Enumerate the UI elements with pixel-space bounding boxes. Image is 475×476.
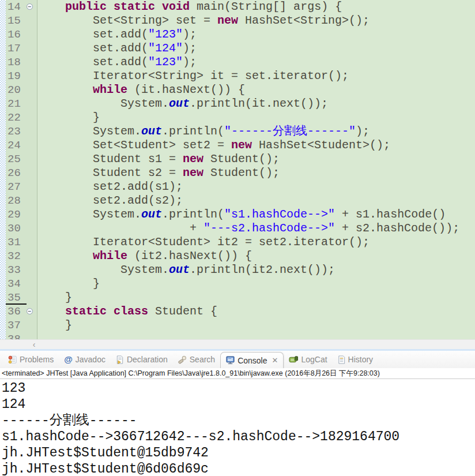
code-line[interactable]: 37 }: [6, 318, 475, 332]
code-line[interactable]: 25 Student s1 = new Student();: [6, 152, 475, 166]
fold-column: [27, 138, 37, 152]
code-line[interactable]: 24 Set<Student> set2 = new HashSet<Stude…: [6, 138, 475, 152]
line-number[interactable]: 31: [6, 235, 27, 249]
tab-label: History: [348, 355, 374, 364]
code-line[interactable]: 16 set.add("123");: [6, 28, 475, 42]
line-number[interactable]: 21: [6, 97, 27, 111]
console-line: s1.hashCode-->366712642---s2.hashCode-->…: [2, 429, 475, 445]
line-number[interactable]: 17: [6, 42, 27, 55]
code-text: Set<Student> set2 = new HashSet<Student>…: [37, 138, 390, 152]
code-line[interactable]: 28 set2.add(s2);: [6, 194, 475, 208]
tab-problems[interactable]: Problems: [3, 351, 59, 368]
code-line[interactable]: 26 Student s2 = new Student();: [6, 166, 475, 180]
code-line[interactable]: 17 set.add("124");: [6, 42, 475, 55]
console-line: jh.JHTest$Student@6d06d69c: [2, 461, 475, 476]
search-icon: [178, 355, 187, 364]
console-line: jh.JHTest$Student@15db9742: [2, 445, 475, 461]
code-text: Iterator<String> it = set.iterator();: [37, 69, 349, 83]
code-line[interactable]: 15 Set<String> set = new HashSet<String>…: [6, 14, 475, 28]
tab-logcat[interactable]: LogCat: [284, 351, 332, 368]
code-line[interactable]: 23 System.out.println("------分割线------")…: [6, 125, 475, 138]
fold-column: −: [27, 305, 37, 318]
fold-column: [27, 194, 37, 208]
fold-column: [27, 28, 37, 42]
line-number[interactable]: 16: [6, 28, 27, 42]
code-line[interactable]: 36− static class Student {: [6, 305, 475, 318]
fold-column: [27, 277, 37, 291]
line-number[interactable]: 20: [6, 83, 27, 97]
tab-label: Problems: [20, 355, 54, 364]
tab-declaration[interactable]: Declaration: [111, 351, 173, 368]
tab-search[interactable]: Search: [173, 351, 220, 368]
line-number[interactable]: 32: [6, 249, 27, 263]
line-number[interactable]: 34: [6, 277, 27, 291]
code-text: }: [37, 111, 100, 125]
line-number[interactable]: 28: [6, 194, 27, 208]
code-line[interactable]: 35 }: [6, 291, 475, 305]
fold-collapse-icon[interactable]: −: [27, 308, 33, 314]
code-line[interactable]: 33 System.out.println(it2.next());: [6, 263, 475, 277]
fold-column: [27, 208, 37, 222]
tab-console[interactable]: Console✕: [220, 352, 284, 368]
code-text: set2.add(s2);: [37, 194, 183, 208]
line-number[interactable]: 35: [6, 291, 27, 305]
line-number[interactable]: 14: [6, 0, 27, 14]
code-line[interactable]: 34 }: [6, 277, 475, 291]
history-icon: [338, 355, 345, 364]
code-line[interactable]: 32 while (it2.hasNext()) {: [6, 249, 475, 263]
tab-label: Declaration: [127, 355, 168, 364]
code-line[interactable]: 14− public static void main(String[] arg…: [6, 0, 475, 14]
code-line[interactable]: 31 Iterator<Student> it2 = set2.iterator…: [6, 235, 475, 249]
code-line[interactable]: 30 + "---s2.hashCode-->" + s2.hashCode()…: [6, 222, 475, 235]
line-number[interactable]: 23: [6, 125, 27, 138]
line-number[interactable]: 36: [6, 305, 27, 318]
line-number[interactable]: 24: [6, 138, 27, 152]
line-number[interactable]: 30: [6, 222, 27, 235]
code-line[interactable]: 22 }: [6, 111, 475, 125]
line-number[interactable]: 38: [6, 332, 27, 339]
fold-column: [27, 55, 37, 69]
line-number[interactable]: 25: [6, 152, 27, 166]
code-line[interactable]: 19 Iterator<String> it = set.iterator();: [6, 69, 475, 83]
code-line[interactable]: 27 set2.add(s1);: [6, 180, 475, 194]
logcat-icon: [289, 355, 298, 363]
code-line[interactable]: 29 System.out.println("s1.hashCode-->" +…: [6, 208, 475, 222]
scroll-left-arrow-icon[interactable]: ‹: [29, 340, 39, 349]
code-line[interactable]: 21 System.out.println(it.next());: [6, 97, 475, 111]
code-line[interactable]: 38: [6, 332, 475, 339]
line-number[interactable]: 22: [6, 111, 27, 125]
fold-column: [27, 249, 37, 263]
fold-column: −: [27, 0, 37, 14]
code-text: set2.add(s1);: [37, 180, 183, 194]
line-number[interactable]: 29: [6, 208, 27, 222]
java-code-editor[interactable]: 14− public static void main(String[] arg…: [0, 0, 475, 339]
line-number[interactable]: 26: [6, 166, 27, 180]
close-icon[interactable]: ✕: [272, 356, 278, 365]
line-number[interactable]: 15: [6, 14, 27, 28]
code-line[interactable]: 20 while (it.hasNext()) {: [6, 83, 475, 97]
bottom-view-tabbar: Problems@JavadocDeclarationSearchConsole…: [0, 351, 475, 368]
tab-history[interactable]: History: [333, 351, 379, 368]
line-number[interactable]: 37: [6, 318, 27, 332]
line-number[interactable]: 27: [6, 180, 27, 194]
code-line[interactable]: 18 set.add("123");: [6, 55, 475, 69]
console-output[interactable]: 123124------分割线------s1.hashCode-->36671…: [0, 379, 475, 476]
code-text: public static void main(String[] args) {: [37, 0, 342, 14]
horizontal-scrollbar[interactable]: ‹: [0, 339, 475, 349]
code-text: System.out.println(it2.next());: [37, 263, 335, 277]
fold-column: [27, 291, 37, 305]
code-text: static class Student {: [37, 305, 217, 318]
fold-column: [27, 152, 37, 166]
line-number[interactable]: 18: [6, 55, 27, 69]
fold-collapse-icon[interactable]: −: [27, 3, 33, 10]
console-line: 123: [2, 380, 475, 396]
line-number[interactable]: 19: [6, 69, 27, 83]
code-text: set.add("123");: [37, 55, 197, 69]
code-text: }: [37, 318, 72, 332]
fold-column: [27, 263, 37, 277]
fold-column: [27, 69, 37, 83]
code-text: while (it.hasNext()) {: [37, 83, 245, 97]
line-number[interactable]: 33: [6, 263, 27, 277]
tab-javadoc[interactable]: @Javadoc: [59, 351, 111, 368]
editor-lines: 14− public static void main(String[] arg…: [6, 0, 475, 339]
